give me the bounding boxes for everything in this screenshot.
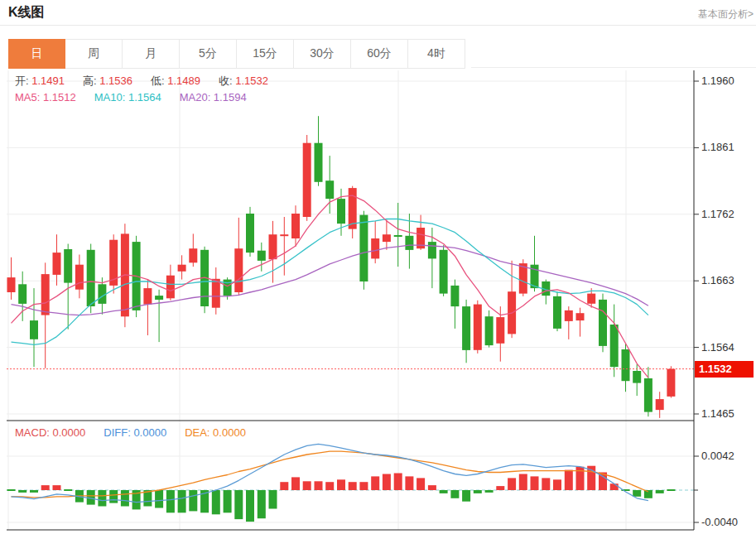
ma10-legend-item: MA10: 1.1564 xyxy=(94,91,161,103)
high-legend-item: 高: 1.1536 xyxy=(83,75,132,87)
ma20-label: MA20: xyxy=(180,91,211,103)
svg-text:1.1861: 1.1861 xyxy=(701,141,734,153)
kline-page: K线图 基本面分析> 日周月5分15分30分60分4时 1.19601.1861… xyxy=(0,0,756,534)
svg-text:1.1564: 1.1564 xyxy=(701,341,734,354)
high-label: 高: xyxy=(83,75,97,87)
macd-histogram-layer xyxy=(7,466,676,522)
ma-lines-layer xyxy=(12,195,648,378)
low-label: 低: xyxy=(151,75,165,87)
ma5-value: 1.1512 xyxy=(40,91,75,103)
open-legend-item: 开: 1.1491 xyxy=(15,75,65,87)
kline-chart[interactable]: 1.19601.18611.17621.16631.15641.14650.00… xyxy=(0,0,756,534)
diff-value: 0.0000 xyxy=(131,426,166,439)
macd-axis-labels: 0.0042-0.0040 xyxy=(694,450,738,528)
macd-label: MACD: xyxy=(15,426,50,439)
macd-legend-item: MACD: 0.0000 xyxy=(15,426,85,439)
ma10-value: 1.1564 xyxy=(125,91,161,103)
close-label: 收: xyxy=(219,75,233,87)
svg-text:1.1960: 1.1960 xyxy=(701,75,734,87)
ma10-label: MA10: xyxy=(94,91,126,103)
ma5-label: MA5: xyxy=(15,91,40,103)
low-legend-item: 低: 1.1489 xyxy=(151,75,200,87)
close-value: 1.1532 xyxy=(233,75,268,87)
open-value: 1.1491 xyxy=(29,75,65,87)
current-price-badge: 1.1532 xyxy=(695,361,754,378)
svg-text:1.1465: 1.1465 xyxy=(701,407,734,420)
ma20-legend-item: MA20: 1.1594 xyxy=(180,91,247,103)
ma20-value: 1.1594 xyxy=(210,91,246,103)
dea-legend-item: DEA: 0.0000 xyxy=(185,426,246,439)
svg-text:-0.0040: -0.0040 xyxy=(701,516,738,528)
macd-legend: MACD: 0.0000DIFF: 0.0000DEA: 0.0000 xyxy=(15,426,264,439)
high-value: 1.1536 xyxy=(97,75,132,87)
open-label: 开: xyxy=(15,75,29,87)
macd-value: 0.0000 xyxy=(50,426,85,439)
dif-dea-layer xyxy=(12,444,648,502)
diff-label: DIFF: xyxy=(104,426,131,439)
svg-text:0.0042: 0.0042 xyxy=(701,450,734,462)
diff-legend-item: DIFF: 0.0000 xyxy=(104,426,166,439)
ohlc-legend: 开: 1.1491高: 1.1536低: 1.1489收: 1.1532 xyxy=(15,74,287,89)
dea-label: DEA: xyxy=(185,426,209,439)
ma5-legend-item: MA5: 1.1512 xyxy=(15,91,76,103)
low-value: 1.1489 xyxy=(165,75,200,87)
candles-layer xyxy=(7,116,676,418)
svg-text:1.1762: 1.1762 xyxy=(701,208,734,220)
ma-legend: MA5: 1.1512MA10: 1.1564MA20: 1.1594 xyxy=(15,91,265,103)
close-legend-item: 收: 1.1532 xyxy=(219,75,268,87)
dea-value: 0.0000 xyxy=(209,426,245,439)
svg-text:1.1663: 1.1663 xyxy=(701,274,734,286)
